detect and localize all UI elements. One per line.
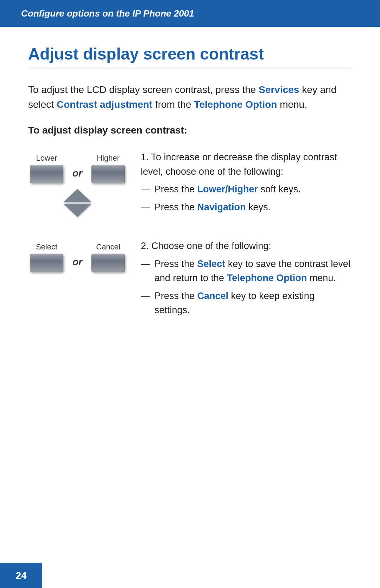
step1-illustration: Lower or Higher <box>28 150 127 217</box>
lower-soft-key <box>30 165 63 183</box>
step1-text: 1. To increase or decrease the display c… <box>141 150 352 218</box>
header-title: Configure options on the IP Phone 2001 <box>21 8 194 19</box>
telephone-option-ref: Telephone Option <box>227 273 307 283</box>
navigation-key: Navigation <box>197 202 246 212</box>
lower-key-group: Lower <box>30 154 63 183</box>
cancel-soft-key <box>91 254 125 272</box>
select-key-group: Select <box>30 242 63 272</box>
select-label: Select <box>36 242 57 252</box>
steps-area: Lower or Higher <box>28 150 352 321</box>
higher-soft-key <box>91 165 125 183</box>
step1-bullet1-text: Press the Lower/Higher soft keys. <box>154 182 301 197</box>
cancel-key-group: Cancel <box>91 242 125 272</box>
nav-key-up-icon <box>63 189 91 202</box>
step2-illustration: Select or Cancel <box>28 239 127 272</box>
step2-bullet2: Press the Cancel key to keep existing se… <box>141 289 352 317</box>
step1-bullet2: Press the Navigation keys. <box>141 200 352 215</box>
step1-row: Lower or Higher <box>28 150 352 218</box>
higher-key-group: Higher <box>91 154 125 183</box>
intro-contrast: Contrast adjustment <box>57 99 152 110</box>
lower-higher-key: Lower/Higher <box>197 184 258 194</box>
select-key-ref: Select <box>197 259 226 269</box>
intro-text1: To adjust the LCD display screen contras… <box>28 84 259 95</box>
step2-number: 2. Choose one of the following: <box>141 239 352 253</box>
footer: 24 <box>0 563 42 588</box>
step2-bullets: Press the Select key to save the contras… <box>141 257 352 317</box>
step1-or: or <box>72 168 82 179</box>
step1-number: 1. To increase or decrease the display c… <box>141 150 352 179</box>
cancel-label: Cancel <box>96 242 120 252</box>
lower-label: Lower <box>36 154 57 163</box>
page-number: 24 <box>15 570 26 581</box>
intro-text3: from the <box>152 99 194 110</box>
step2-or: or <box>72 256 82 268</box>
intro-option: Telephone Option <box>194 99 277 110</box>
intro-services: Services <box>259 84 299 95</box>
intro-text4: menu. <box>277 99 307 110</box>
intro-paragraph: To adjust the LCD display screen contras… <box>28 82 352 112</box>
step2-bullet2-text: Press the Cancel key to keep existing se… <box>154 289 352 317</box>
step1-bullet2-text: Press the Navigation keys. <box>154 200 271 215</box>
step1-bullets: Press the Lower/Higher soft keys. Press … <box>141 182 352 214</box>
nav-keys <box>63 189 91 217</box>
higher-label: Higher <box>97 154 120 163</box>
step2-text: 2. Choose one of the following: Press th… <box>141 239 352 321</box>
page-title: Adjust display screen contrast <box>28 44 352 68</box>
nav-key-down-icon <box>63 204 91 217</box>
key-row-2: Select or Cancel <box>30 242 125 272</box>
select-soft-key <box>30 254 63 272</box>
cancel-key-ref: Cancel <box>197 291 229 301</box>
step2-bullet1: Press the Select key to save the contras… <box>141 257 352 285</box>
sub-heading: To adjust display screen contrast: <box>28 125 352 136</box>
step2-bullet1-text: Press the Select key to save the contras… <box>154 257 352 285</box>
main-content: Adjust display screen contrast To adjust… <box>0 27 380 349</box>
step1-bullet1: Press the Lower/Higher soft keys. <box>141 182 352 197</box>
header-bar: Configure options on the IP Phone 2001 <box>0 0 380 27</box>
key-row-1: Lower or Higher <box>30 154 125 183</box>
step2-row: Select or Cancel 2. Choose one of the fo… <box>28 239 352 321</box>
